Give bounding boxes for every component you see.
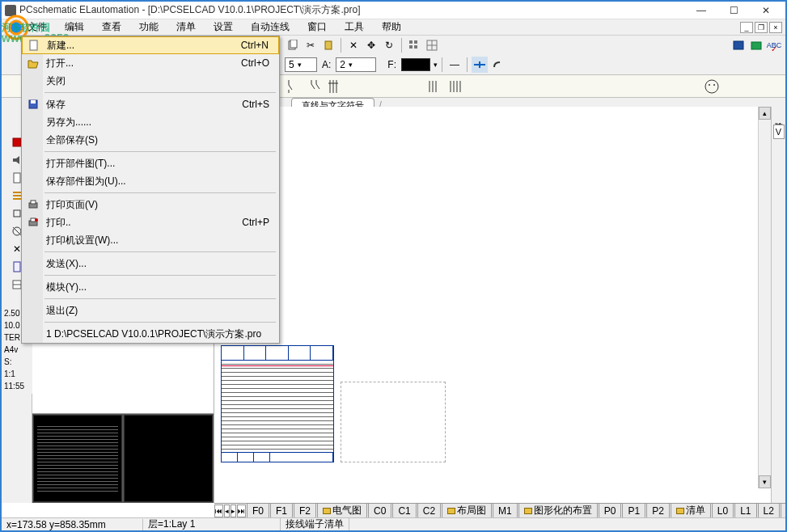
scroll-up-icon[interactable]: ▴ (759, 107, 771, 120)
menu-item-y[interactable]: 模块(Y)... (22, 278, 279, 296)
tab-nav-last-icon[interactable]: ⏭ (237, 505, 246, 517)
tool-spellcheck-icon[interactable]: ABC✓ (766, 37, 782, 53)
size-dropdown[interactable]: 5▾ (285, 57, 317, 72)
svg-point-36 (713, 84, 715, 86)
maximize-button[interactable]: ☐ (717, 2, 750, 19)
menu-item-t[interactable]: 打开部件图(T)... (22, 154, 279, 172)
tab-nav-prev-icon[interactable]: ◂ (224, 505, 230, 517)
blank-icon (27, 281, 40, 293)
menu-autowire[interactable]: 自动连线 (248, 19, 293, 36)
menu-tools[interactable]: 工具 (341, 19, 367, 36)
menu-item-dpcselcadvprojectpro[interactable]: 1 D:\PCSELCAD V10.0.1\PROJECT\演示方案.pro (22, 325, 279, 343)
svg-point-55 (35, 218, 38, 222)
menu-item-u[interactable]: 保存部件图为(U)... (22, 172, 279, 190)
tab-nav-next-icon[interactable]: ▸ (231, 505, 236, 517)
menu-item-[interactable]: 另存为...... (22, 113, 279, 131)
a-dropdown[interactable]: 2▾ (336, 57, 376, 72)
tab-nav-first-icon[interactable]: ⏮ (214, 505, 223, 517)
tool-db-icon[interactable] (730, 37, 747, 53)
page-tab-P2[interactable]: P2 (646, 503, 670, 517)
scroll-down-icon[interactable]: ▾ (759, 475, 771, 488)
page-tab-L1[interactable]: L1 (734, 503, 756, 517)
menu-item-w[interactable]: 打印机设置(W)... (22, 231, 279, 249)
page-tab-L2[interactable]: L2 (758, 503, 780, 517)
page-tab-F1[interactable]: F1 (270, 503, 293, 517)
tool-paste-icon[interactable] (320, 37, 336, 53)
tool-box-icon[interactable] (748, 37, 764, 53)
menu-edit[interactable]: 编辑 (61, 19, 87, 36)
symbol-motor-icon[interactable] (703, 78, 721, 95)
menu-window[interactable]: 窗口 (304, 19, 330, 36)
thumbnail-1[interactable] (33, 415, 122, 502)
menu-item-label: 打印机设置(W)... (46, 234, 118, 247)
page-tab-F0[interactable]: F0 (247, 503, 269, 517)
drawing-preview[interactable] (221, 345, 334, 462)
undo-icon[interactable] (489, 57, 506, 73)
separator (401, 38, 402, 53)
menu-item-v[interactable]: 打印页面(V) (22, 196, 279, 213)
tool-cut-icon[interactable]: ✂ (303, 37, 319, 53)
separator (341, 38, 341, 53)
menu-item-[interactable]: 打开...Ctrl+O (22, 54, 279, 72)
symbol-switch-icon[interactable] (306, 78, 324, 95)
mdi-minimize[interactable]: _ (740, 22, 753, 33)
vertical-scrollbar[interactable]: ▴ ▾ (758, 107, 771, 488)
page-tab-C2[interactable]: C2 (417, 503, 441, 517)
page-tab-电气图[interactable]: 电气图 (317, 503, 367, 517)
color-dropdown-arrow[interactable]: ▾ (434, 61, 438, 69)
right-panel-label[interactable]: 清单 (772, 110, 785, 120)
page-tab-布局图[interactable]: 布局图 (442, 503, 492, 517)
page-tab-F2[interactable]: F2 (294, 503, 316, 517)
menu-item-x[interactable]: 发送(X)... (22, 255, 279, 272)
minimize-button[interactable]: — (685, 2, 717, 19)
canvas-area[interactable]: ▴ ▾ (214, 107, 771, 503)
menu-item-[interactable]: 新建...Ctrl+N (22, 36, 279, 54)
close-button[interactable]: ✕ (750, 2, 782, 19)
tool-redo-icon[interactable]: ↻ (381, 37, 397, 53)
color-picker[interactable] (401, 58, 430, 71)
page-tab-P1[interactable]: P1 (622, 503, 645, 517)
menu-item-[interactable]: 关闭 (22, 72, 279, 90)
symbol-cap-icon[interactable] (446, 78, 464, 95)
menu-item-s[interactable]: 全部保存(S) (22, 131, 279, 149)
open-icon (27, 57, 40, 70)
menu-item-label: 全部保存(S) (46, 133, 98, 147)
page-tab-L0[interactable]: L0 (712, 503, 734, 517)
page-tab-清单[interactable]: 清单 (671, 503, 711, 517)
menu-function[interactable]: 功能 (136, 19, 162, 36)
tool-delete-icon[interactable]: ✕ (345, 37, 362, 53)
page-tab-图形化的布置[interactable]: 图形化的布置 (518, 503, 598, 517)
menu-item-[interactable]: 保存Ctrl+S (22, 95, 279, 113)
tool-grid2-icon[interactable] (424, 37, 440, 53)
thumbnail-2[interactable] (124, 415, 213, 502)
line-style-icon[interactable]: — (446, 57, 463, 73)
status-coords: x=173.58 y=858.35mm (2, 519, 143, 530)
page-tab-M1[interactable]: M1 (493, 503, 518, 517)
menu-item-label: 另存为...... (46, 116, 91, 129)
menu-help[interactable]: 帮助 (379, 19, 404, 36)
svg-rect-38 (14, 173, 20, 183)
snap-icon[interactable] (472, 57, 488, 73)
mdi-restore[interactable]: ❐ (755, 22, 768, 33)
mdi-close[interactable]: × (769, 22, 782, 33)
symbol-contact-icon[interactable] (285, 78, 303, 95)
menu-item-z[interactable]: 退出(Z) (22, 302, 279, 319)
page-tab-L3[interactable]: L3 (781, 503, 785, 517)
window-controls: — ☐ ✕ (685, 2, 782, 19)
tool-copy-icon[interactable] (285, 37, 301, 53)
symbol-resistor-icon[interactable] (425, 78, 443, 95)
page-tab-C1[interactable]: C1 (392, 503, 416, 517)
right-v-button[interactable]: V (773, 125, 785, 139)
svg-rect-7 (409, 45, 413, 49)
svg-rect-3 (290, 40, 297, 48)
menu-item-[interactable]: 打印..Ctrl+P (22, 213, 279, 231)
menu-settings[interactable]: 设置 (210, 19, 236, 36)
page-tab-P0[interactable]: P0 (599, 503, 622, 517)
menu-list[interactable]: 清单 (173, 19, 199, 36)
tool-move-icon[interactable]: ✥ (363, 37, 379, 53)
symbol-coil-icon[interactable] (327, 78, 345, 95)
page-tab-C0[interactable]: C0 (368, 503, 391, 517)
svg-rect-52 (31, 201, 36, 204)
menu-view[interactable]: 查看 (99, 19, 125, 36)
tool-grid-icon[interactable] (406, 37, 422, 53)
